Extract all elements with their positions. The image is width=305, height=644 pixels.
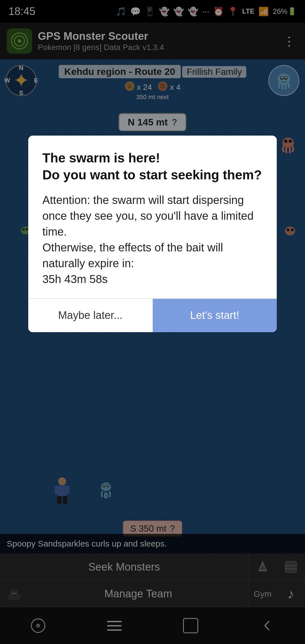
dialog-buttons: Maybe later... Let's start!: [28, 298, 277, 332]
dialog-overlay: The swarm is here!Do you want to start s…: [0, 0, 305, 644]
dialog-box: The swarm is here!Do you want to start s…: [28, 136, 277, 332]
dialog-title-text: The swarm is here!Do you want to start s…: [42, 151, 262, 182]
dialog-title: The swarm is here!Do you want to start s…: [42, 150, 263, 184]
dialog-content: The swarm is here!Do you want to start s…: [28, 136, 277, 298]
dialog-body: Attention: the swarm will start dispersi…: [42, 192, 263, 287]
lets-start-button[interactable]: Let's start!: [153, 299, 277, 332]
maybe-later-button[interactable]: Maybe later...: [28, 299, 153, 332]
